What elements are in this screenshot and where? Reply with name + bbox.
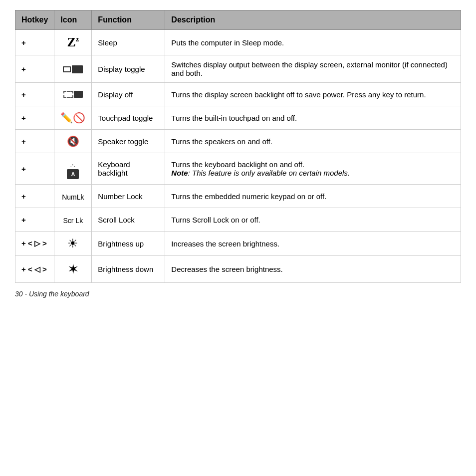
sleep-icon: Zz bbox=[67, 35, 79, 50]
description-text: Turns the embedded numeric keypad on or … bbox=[171, 192, 326, 201]
icon-cell: Scr Lk bbox=[54, 208, 92, 232]
table-row: + NumLk Number Lock Turns the embedded n… bbox=[15, 185, 461, 208]
function-cell: Speaker toggle bbox=[92, 130, 165, 153]
icon-cell: ✏️🚫 bbox=[54, 106, 92, 130]
description-cell: Increases the screen brightness. bbox=[165, 232, 461, 256]
icon-cell: 🔇 bbox=[54, 130, 92, 153]
function-cell: Brightness down bbox=[92, 256, 165, 283]
description-text: Turns the display screen backlight off t… bbox=[171, 90, 426, 99]
description-text: Puts the computer in Sleep mode. bbox=[171, 38, 284, 47]
hotkey-table: Hotkey Icon Function Description + Zz Sl… bbox=[15, 10, 461, 283]
icon-cell bbox=[54, 55, 92, 83]
function-cell: Display off bbox=[92, 83, 165, 106]
description-cell: Turns the keyboard backlight on and off.… bbox=[165, 153, 461, 185]
description-cell: Turns the embedded numeric keypad on or … bbox=[165, 185, 461, 208]
icon-cell bbox=[54, 83, 92, 106]
table-row: + Display off Turns the display screen b… bbox=[15, 83, 461, 106]
icon-cell: ✶ bbox=[54, 256, 92, 283]
kb-backlight-icon: ·'· A bbox=[67, 163, 79, 179]
hotkey-cell: + < ▷ > bbox=[15, 232, 54, 256]
col-hotkey: Hotkey bbox=[15, 10, 54, 30]
function-cell: Display toggle bbox=[92, 55, 165, 83]
hotkey-cell: + bbox=[15, 83, 54, 106]
footer-text: 30 - Using the keyboard bbox=[15, 290, 461, 298]
col-description: Description bbox=[165, 10, 461, 30]
touchpad-icon: ✏️🚫 bbox=[60, 112, 85, 123]
icon-cell: Zz bbox=[54, 30, 92, 55]
table-row: + Zz Sleep Puts the computer in Sleep mo… bbox=[15, 30, 461, 55]
description-cell: Turns the speakers on and off. bbox=[165, 130, 461, 153]
description-text: Switches display output between the disp… bbox=[171, 60, 448, 77]
icon-cell: ☀ bbox=[54, 232, 92, 256]
table-header-row: Hotkey Icon Function Description bbox=[15, 10, 461, 30]
display-off-icon bbox=[63, 91, 83, 98]
table-row: + Display toggle Switches display output… bbox=[15, 55, 461, 83]
description-text: Turns the speakers on and off. bbox=[171, 137, 272, 146]
display-toggle-icon bbox=[63, 65, 83, 73]
brightness-down-icon: ✶ bbox=[67, 261, 79, 277]
brightness-up-icon: ☀ bbox=[67, 237, 78, 250]
hotkey-cell: + bbox=[15, 55, 54, 83]
hotkey-cell: + bbox=[15, 106, 54, 130]
function-cell: Number Lock bbox=[92, 185, 165, 208]
description-text: Decreases the screen brightness. bbox=[171, 265, 282, 273]
table-row: + ·'· A Keyboard backlight Turns the key… bbox=[15, 153, 461, 185]
description-text: Turns the keyboard backlight on and off. bbox=[171, 160, 304, 169]
function-cell: Brightness up bbox=[92, 232, 165, 256]
function-cell: Scroll Lock bbox=[92, 208, 165, 232]
table-row: + < ◁ > ✶ Brightness down Decreases the … bbox=[15, 256, 461, 283]
description-cell: Turns Scroll Lock on or off. bbox=[165, 208, 461, 232]
table-row: + < ▷ > ☀ Brightness up Increases the sc… bbox=[15, 232, 461, 256]
hotkey-cell: + bbox=[15, 185, 54, 208]
function-cell: Keyboard backlight bbox=[92, 153, 165, 185]
description-cell: Turns the display screen backlight off t… bbox=[165, 83, 461, 106]
icon-cell: ·'· A bbox=[54, 153, 92, 185]
hotkey-cell: + bbox=[15, 208, 54, 232]
hotkey-cell: + < ◁ > bbox=[15, 256, 54, 283]
note-italic: : This feature is only available on cert… bbox=[188, 169, 350, 177]
function-cell: Sleep bbox=[92, 30, 165, 55]
hotkey-cell: + bbox=[15, 130, 54, 153]
table-row: + 🔇 Speaker toggle Turns the speakers on… bbox=[15, 130, 461, 153]
function-cell: Touchpad toggle bbox=[92, 106, 165, 130]
description-cell: Puts the computer in Sleep mode. bbox=[165, 30, 461, 55]
description-text: Turns Scroll Lock on or off. bbox=[171, 216, 260, 224]
hotkey-cell: + bbox=[15, 30, 54, 55]
icon-cell: NumLk bbox=[54, 185, 92, 208]
numlk-icon: NumLk bbox=[62, 193, 84, 201]
description-cell: Switches display output between the disp… bbox=[165, 55, 461, 83]
hotkey-cell: + bbox=[15, 153, 54, 185]
table-row: + Scr Lk Scroll Lock Turns Scroll Lock o… bbox=[15, 208, 461, 232]
speaker-icon: 🔇 bbox=[67, 136, 79, 147]
scrlk-icon: Scr Lk bbox=[63, 217, 83, 225]
description-cell: Turns the built-in touchpad on and off. bbox=[165, 106, 461, 130]
col-function: Function bbox=[92, 10, 165, 30]
description-text: Turns the built-in touchpad on and off. bbox=[171, 114, 297, 122]
description-text: Increases the screen brightness. bbox=[171, 239, 279, 248]
description-cell: Decreases the screen brightness. bbox=[165, 256, 461, 283]
table-row: + ✏️🚫 Touchpad toggle Turns the built-in… bbox=[15, 106, 461, 130]
col-icon: Icon bbox=[54, 10, 92, 30]
note-bold: Note bbox=[171, 169, 188, 177]
